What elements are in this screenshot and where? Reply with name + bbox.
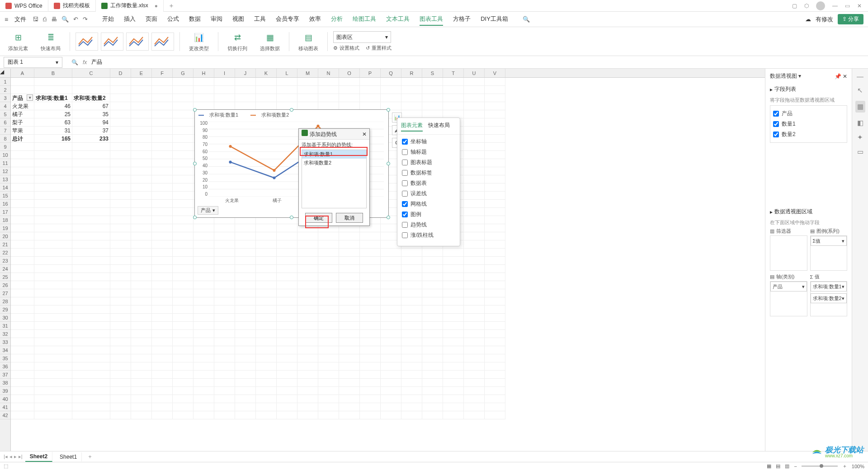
field-list[interactable]: 产品 数量1 数量2 bbox=[770, 105, 847, 143]
cell[interactable] bbox=[173, 289, 193, 297]
cell[interactable] bbox=[235, 379, 256, 387]
cell[interactable] bbox=[235, 289, 256, 297]
cell[interactable] bbox=[318, 346, 339, 354]
cell[interactable] bbox=[173, 281, 193, 289]
cell[interactable] bbox=[72, 265, 110, 273]
cell[interactable] bbox=[131, 387, 152, 395]
cell[interactable] bbox=[72, 362, 110, 371]
cell[interactable] bbox=[422, 249, 443, 257]
cell[interactable] bbox=[277, 249, 297, 257]
row-header[interactable]: 34 bbox=[0, 346, 10, 354]
cell[interactable] bbox=[318, 257, 339, 265]
cell[interactable] bbox=[422, 265, 443, 273]
cell[interactable] bbox=[318, 354, 339, 362]
cell[interactable] bbox=[11, 314, 34, 322]
cell[interactable] bbox=[235, 411, 256, 419]
cell[interactable] bbox=[131, 175, 152, 183]
cell[interactable] bbox=[110, 110, 131, 118]
cell[interactable] bbox=[297, 265, 318, 273]
cell[interactable] bbox=[485, 387, 505, 395]
cell[interactable] bbox=[422, 297, 443, 306]
cell[interactable] bbox=[72, 208, 110, 216]
cell[interactable] bbox=[464, 403, 485, 411]
cell[interactable] bbox=[34, 322, 72, 330]
row-header[interactable]: 36 bbox=[0, 362, 10, 371]
cell[interactable] bbox=[110, 362, 131, 371]
cell[interactable] bbox=[131, 110, 152, 118]
cell[interactable] bbox=[173, 306, 193, 314]
view-page-icon[interactable]: ▤ bbox=[776, 463, 780, 469]
cell[interactable] bbox=[256, 314, 277, 322]
cell[interactable] bbox=[339, 395, 360, 403]
cell[interactable] bbox=[277, 403, 297, 411]
column-header[interactable]: R bbox=[401, 69, 422, 77]
cell[interactable] bbox=[193, 371, 214, 379]
cell[interactable] bbox=[422, 273, 443, 281]
cell[interactable] bbox=[34, 265, 72, 273]
cell[interactable] bbox=[485, 143, 505, 151]
cell[interactable] bbox=[256, 330, 277, 338]
cell[interactable] bbox=[297, 78, 318, 86]
cell[interactable] bbox=[152, 330, 173, 338]
cell[interactable] bbox=[193, 86, 214, 94]
cell[interactable] bbox=[72, 281, 110, 289]
column-header[interactable]: M bbox=[297, 69, 318, 77]
cell[interactable] bbox=[110, 249, 131, 257]
cell[interactable] bbox=[11, 306, 34, 314]
cell[interactable] bbox=[110, 379, 131, 387]
cell[interactable] bbox=[173, 395, 193, 403]
cell[interactable] bbox=[485, 338, 505, 346]
column-header[interactable]: S bbox=[422, 69, 443, 77]
cloud-icon[interactable]: ☁ bbox=[805, 16, 811, 23]
cell[interactable] bbox=[339, 78, 360, 86]
cell[interactable] bbox=[131, 403, 152, 411]
cell[interactable] bbox=[34, 257, 72, 265]
cell[interactable] bbox=[443, 330, 464, 338]
cell[interactable] bbox=[256, 395, 277, 403]
column-header[interactable]: N bbox=[318, 69, 339, 77]
cell[interactable] bbox=[131, 159, 152, 167]
cell[interactable] bbox=[277, 86, 297, 94]
cell[interactable] bbox=[464, 127, 485, 135]
cell[interactable] bbox=[193, 395, 214, 403]
cell[interactable] bbox=[464, 249, 485, 257]
menu-tab[interactable]: 开始 bbox=[102, 13, 114, 26]
cell[interactable] bbox=[339, 281, 360, 289]
cell[interactable] bbox=[318, 387, 339, 395]
cell[interactable] bbox=[193, 411, 214, 419]
cell[interactable] bbox=[110, 289, 131, 297]
cell[interactable] bbox=[34, 208, 72, 216]
cell[interactable] bbox=[110, 371, 131, 379]
cell[interactable] bbox=[485, 411, 505, 419]
popover-item[interactable]: 图例 bbox=[402, 209, 455, 220]
cell[interactable] bbox=[443, 411, 464, 419]
cell[interactable] bbox=[381, 249, 401, 257]
cell[interactable] bbox=[360, 354, 381, 362]
cell[interactable] bbox=[152, 379, 173, 387]
cell[interactable] bbox=[110, 183, 131, 192]
cell[interactable] bbox=[11, 395, 34, 403]
sheet-nav-next[interactable]: ▸ bbox=[14, 454, 17, 460]
cell[interactable] bbox=[214, 86, 235, 94]
cell[interactable] bbox=[277, 395, 297, 403]
cell[interactable] bbox=[360, 78, 381, 86]
cell[interactable] bbox=[110, 395, 131, 403]
cell[interactable]: 总计 bbox=[11, 135, 34, 143]
cell[interactable] bbox=[72, 192, 110, 200]
popover-item[interactable]: 坐标轴 bbox=[402, 136, 455, 147]
cell[interactable] bbox=[110, 86, 131, 94]
cell[interactable] bbox=[110, 200, 131, 208]
cell[interactable] bbox=[256, 224, 277, 232]
cell[interactable]: 25 bbox=[34, 110, 72, 118]
cell[interactable] bbox=[297, 371, 318, 379]
cell[interactable] bbox=[11, 216, 34, 224]
cell[interactable] bbox=[214, 265, 235, 273]
cell[interactable] bbox=[485, 240, 505, 249]
cell[interactable] bbox=[464, 159, 485, 167]
cell[interactable] bbox=[173, 159, 193, 167]
export-icon[interactable]: ⎙ bbox=[43, 16, 47, 23]
cell[interactable] bbox=[34, 183, 72, 192]
cell[interactable] bbox=[464, 387, 485, 395]
cell[interactable] bbox=[34, 78, 72, 86]
cell[interactable] bbox=[131, 192, 152, 200]
